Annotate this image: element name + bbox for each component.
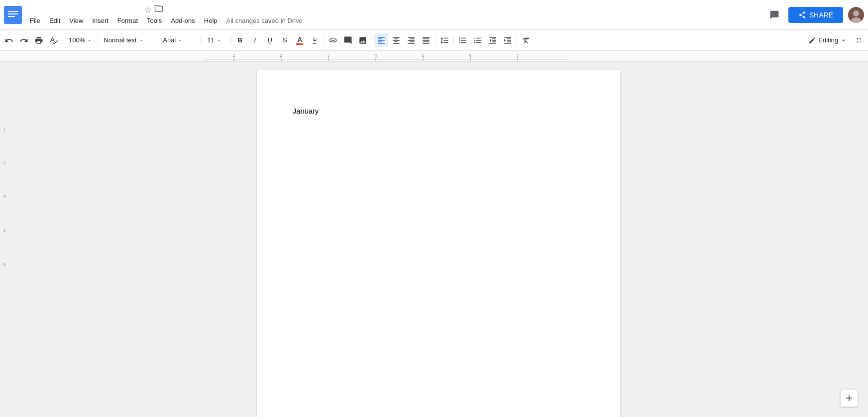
document-text[interactable]: January	[293, 106, 584, 117]
bottom-right-action-button[interactable]	[840, 389, 858, 407]
title-area: Untitled document ☆ File Edit View Inser…	[26, 4, 765, 25]
fontsize-dropdown[interactable]: 11	[204, 33, 228, 47]
ruler: 1 2 3 4 5 6 7	[0, 51, 868, 62]
line-spacing-button[interactable]	[437, 33, 451, 47]
expand-button[interactable]	[852, 33, 866, 47]
zoom-value: 100%	[69, 36, 85, 44]
bold-button[interactable]: B	[233, 33, 247, 47]
svg-rect-3	[8, 16, 15, 17]
link-button[interactable]	[326, 33, 340, 47]
main-area: 1 2 3 4 5 January	[0, 62, 868, 417]
menu-help[interactable]: Help	[200, 16, 221, 25]
editing-mode-button[interactable]: Editing	[804, 34, 851, 46]
image-button[interactable]	[356, 33, 370, 47]
align-right-button[interactable]	[404, 33, 418, 47]
menu-tools[interactable]: Tools	[143, 16, 166, 25]
svg-rect-0	[4, 6, 22, 24]
separator-7	[372, 35, 372, 45]
menu-addons[interactable]: Add-ons	[167, 16, 199, 25]
share-button[interactable]: SHARE	[788, 7, 843, 23]
font-value: Arial	[163, 36, 176, 44]
menu-edit[interactable]: Edit	[45, 16, 64, 25]
separator-9	[453, 35, 454, 45]
align-left-button[interactable]	[374, 33, 388, 47]
ruler-inner: 1 2 3 4 5 6 7	[204, 51, 567, 61]
justify-button[interactable]	[419, 33, 433, 47]
highlight-button[interactable]	[308, 33, 322, 47]
document-area[interactable]: January	[9, 62, 868, 417]
editing-mode-label: Editing	[818, 36, 838, 44]
bulleted-list-button[interactable]	[471, 33, 485, 47]
document-content[interactable]: January	[293, 106, 584, 117]
menu-insert[interactable]: Insert	[88, 16, 112, 25]
toolbar: 100% Normal text Arial 11 B I U S A	[0, 30, 868, 51]
menu-view[interactable]: View	[65, 16, 87, 25]
strikethrough-button[interactable]: S	[278, 33, 292, 47]
separator-4	[201, 35, 202, 45]
save-status: All changes saved in Drive	[226, 17, 303, 24]
menu-file[interactable]: File	[26, 16, 44, 25]
increase-indent-button[interactable]	[501, 33, 515, 47]
font-dropdown[interactable]: Arial	[159, 33, 199, 47]
svg-point-5	[853, 10, 859, 16]
zoom-dropdown[interactable]: 100%	[65, 33, 96, 47]
underline-button[interactable]: U	[263, 33, 277, 47]
svg-rect-1	[8, 11, 18, 12]
fontsize-value: 11	[207, 36, 214, 44]
star-icon[interactable]: ☆	[144, 5, 151, 14]
share-label: SHARE	[809, 11, 833, 19]
comment-button[interactable]	[341, 33, 355, 47]
separator-5	[230, 35, 231, 45]
undo-button[interactable]	[2, 33, 16, 47]
style-dropdown[interactable]: Normal text	[100, 33, 155, 47]
style-value: Normal text	[104, 36, 136, 44]
print-button[interactable]	[32, 33, 46, 47]
decrease-indent-button[interactable]	[486, 33, 500, 47]
comments-button[interactable]	[765, 6, 783, 24]
separator-2	[98, 35, 98, 45]
title-right: SHARE	[765, 6, 864, 24]
italic-button[interactable]: I	[248, 33, 262, 47]
align-center-button[interactable]	[389, 33, 403, 47]
folder-icon[interactable]	[154, 4, 163, 15]
vertical-ruler: 1 2 3 4 5	[0, 62, 9, 417]
separator-1	[63, 35, 63, 45]
doc-title-input[interactable]: Untitled document	[26, 4, 141, 15]
menu-format[interactable]: Format	[113, 16, 142, 25]
separator-10	[517, 35, 517, 45]
separator-3	[157, 35, 157, 45]
redo-button[interactable]	[17, 33, 31, 47]
menu-bar: File Edit View Insert Format Tools Add-o…	[26, 16, 765, 25]
app-logo	[4, 6, 22, 24]
text-color-button[interactable]: A	[293, 33, 307, 47]
clear-formatting-button[interactable]	[519, 33, 533, 47]
document-page: January	[257, 70, 620, 417]
separator-8	[435, 35, 435, 45]
user-avatar[interactable]	[848, 7, 864, 23]
spellcheck-button[interactable]	[47, 33, 61, 47]
separator-6	[324, 35, 324, 45]
numbered-list-button[interactable]	[456, 33, 470, 47]
svg-rect-2	[8, 13, 18, 14]
